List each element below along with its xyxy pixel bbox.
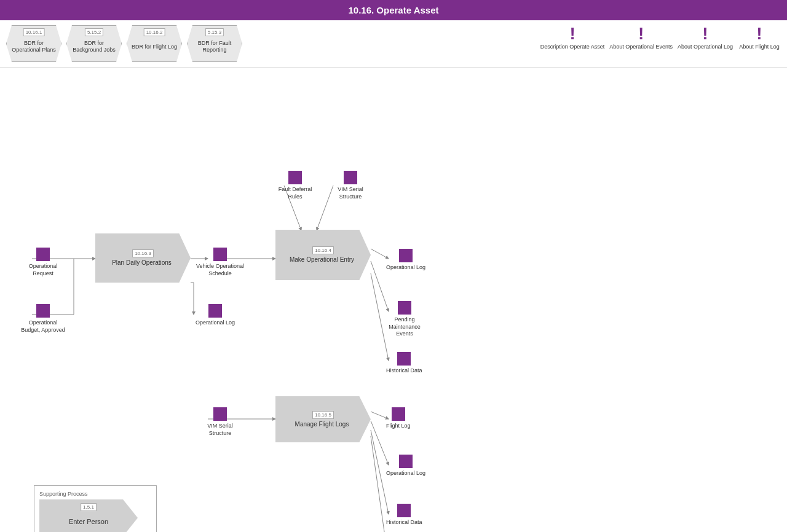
exclaim-label-1: Description Operate Asset — [540, 44, 605, 51]
process-label-manage-flight: Manage Flight Logs — [293, 420, 354, 428]
data-label-pending-maint: Pending Maintenance Events — [380, 316, 429, 338]
data-label-hist-top: Historical Data — [386, 367, 422, 375]
sp-name: Enter Person — [69, 518, 108, 525]
data-label-vim-bottom: VIM Serial Structure — [196, 423, 245, 437]
hexagon-id-3: 10.16.2 — [144, 28, 165, 36]
data-operational-budget: Operational Budget, Approved — [18, 304, 68, 334]
data-square-op-request — [36, 248, 50, 261]
data-vim-serial-top: VIM Serial Structure — [326, 171, 375, 200]
data-square-vim-top — [344, 171, 357, 184]
data-vehicle-schedule: Vehicle Operational Schedule — [196, 248, 245, 277]
data-square-fault-deferral — [288, 171, 302, 184]
hexagon-bdr-fault-reporting[interactable]: 5.15.3 BDR for Fault Reporting — [187, 25, 242, 62]
diagram-area: 10.16.3 Plan Daily Operations 10.16.4 Ma… — [0, 68, 787, 532]
data-historical-data-bottom: Historical Data — [386, 504, 422, 526]
process-id-manage-flight: 10.16.5 — [312, 411, 334, 419]
data-pending-maintenance: Pending Maintenance Events — [380, 301, 429, 338]
data-flight-log: Flight Log — [386, 407, 411, 430]
data-historical-data-top: Historical Data — [386, 352, 422, 375]
data-square-flight-log — [392, 407, 405, 421]
hexagon-id-2: 5.15.2 — [85, 28, 103, 36]
supporting-process-label: Supporting Process — [39, 491, 151, 497]
data-label-op-log-flight: Operational Log — [386, 470, 425, 477]
hexagon-id-1: 10.16.1 — [23, 28, 45, 36]
title-text: 10.16. Operate Asset — [348, 5, 438, 15]
exclaim-description[interactable]: ! Description Operate Asset — [540, 25, 605, 51]
hexagon-bdr-flight-log[interactable]: 10.16.2 BDR for Flight Log — [127, 25, 182, 62]
data-operational-log-out1: Operational Log — [386, 249, 425, 272]
process-id-plan-daily: 10.16.3 — [132, 249, 154, 257]
supporting-process-box: Supporting Process 1.5.1 Enter Person — [34, 485, 157, 532]
hexagon-item-3[interactable]: 10.16.2 BDR for Flight Log — [127, 25, 182, 62]
data-label-op-log-in: Operational Log — [196, 319, 235, 327]
data-operational-request: Operational Request — [18, 248, 68, 277]
data-vim-serial-bottom: VIM Serial Structure — [196, 407, 245, 437]
hexagon-item-4[interactable]: 5.15.3 BDR for Fault Reporting — [187, 25, 242, 62]
data-square-op-log-out1 — [399, 249, 413, 262]
data-label-fault-deferral: Fault Deferral Rules — [271, 186, 320, 200]
data-label-hist-bottom: Historical Data — [386, 519, 422, 526]
data-square-vim-bottom — [213, 407, 227, 421]
exclaim-icon-1: ! — [569, 25, 575, 42]
data-label-op-budget: Operational Budget, Approved — [18, 319, 68, 334]
hexagon-label-1: BDR for Operational Plans — [9, 40, 58, 53]
data-label-vim-top: VIM Serial Structure — [326, 186, 375, 200]
hexagon-bdr-operational-plans[interactable]: 10.16.1 BDR for Operational Plans — [6, 25, 61, 62]
data-operational-log-input: Operational Log — [196, 304, 235, 327]
hexagon-label-2: BDR for Background Jobs — [69, 40, 119, 53]
process-label-make-operational: Make Operational Entry — [287, 256, 359, 264]
exclaim-label-3: About Operational Log — [678, 44, 733, 51]
data-label-vehicle-sched: Vehicle Operational Schedule — [196, 263, 245, 277]
exclaim-icon-3: ! — [702, 25, 708, 42]
data-square-op-log-in — [208, 304, 222, 318]
hexagon-bdr-background-jobs[interactable]: 5.15.2 BDR for Background Jobs — [66, 25, 122, 62]
data-square-op-budget — [36, 304, 50, 318]
exclaim-flight-log[interactable]: ! About Flight Log — [738, 25, 781, 51]
exclaim-icon-4: ! — [756, 25, 762, 42]
process-label-plan-daily: Plan Daily Operations — [109, 259, 176, 267]
exclaim-log[interactable]: ! About Operational Log — [678, 25, 733, 51]
process-make-operational[interactable]: 10.16.4 Make Operational Entry — [275, 230, 371, 280]
data-square-pending-maint — [398, 301, 411, 315]
process-id-make-operational: 10.16.4 — [312, 246, 334, 254]
data-fault-deferral-rules: Fault Deferral Rules — [271, 171, 320, 200]
top-bar: 10.16.1 BDR for Operational Plans 5.15.2… — [0, 20, 787, 68]
hexagon-id-4: 5.15.3 — [205, 28, 224, 36]
hexagon-label-4: BDR for Fault Reporting — [190, 40, 239, 53]
hexagon-item-2[interactable]: 5.15.2 BDR for Background Jobs — [66, 25, 122, 62]
hexagon-label-3: BDR for Flight Log — [132, 44, 177, 50]
supporting-process-chevron[interactable]: 1.5.1 Enter Person — [39, 499, 138, 532]
data-square-op-log-flight — [399, 455, 413, 468]
process-plan-daily[interactable]: 10.16.3 Plan Daily Operations — [95, 233, 191, 283]
exclaim-icon-2: ! — [638, 25, 644, 42]
exclaim-label-4: About Flight Log — [739, 44, 780, 51]
sp-id: 1.5.1 — [81, 503, 97, 511]
data-operational-log-flight: Operational Log — [386, 455, 425, 477]
hexagon-item-1[interactable]: 10.16.1 BDR for Operational Plans — [6, 25, 61, 62]
page-title: 10.16. Operate Asset — [0, 0, 787, 20]
exclaim-label-2: About Operational Events — [609, 44, 673, 51]
process-manage-flight-logs[interactable]: 10.16.5 Manage Flight Logs — [275, 396, 371, 442]
exclaim-events[interactable]: ! About Operational Events — [609, 25, 673, 51]
data-square-vehicle-sched — [213, 248, 227, 261]
data-label-op-request: Operational Request — [18, 263, 68, 277]
data-square-hist-bottom — [397, 504, 411, 517]
data-label-op-log-out1: Operational Log — [386, 264, 425, 272]
data-label-flight-log: Flight Log — [386, 423, 411, 430]
data-square-hist-top — [397, 352, 411, 366]
